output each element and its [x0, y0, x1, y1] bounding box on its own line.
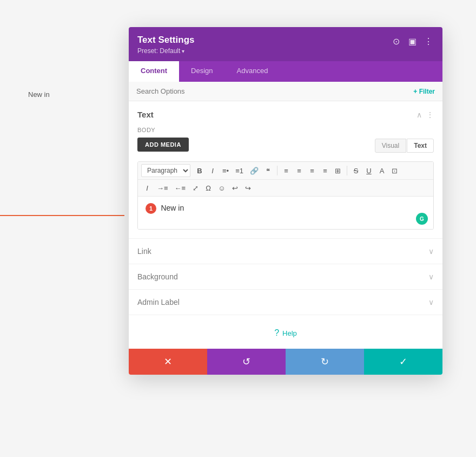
settings-modal: Text Settings Preset: Default ⊙ ▣ ⋮ Cont… [129, 27, 442, 375]
link-section-title: Link [137, 247, 151, 256]
modal-footer: ✕ ↺ ↻ ✓ [129, 349, 442, 375]
align-justify-button[interactable]: ≡ [319, 165, 331, 177]
text-section-header: Text ∧ ⋮ [129, 101, 442, 127]
search-input-wrapper [136, 87, 413, 95]
text-view-button[interactable]: Text [407, 139, 434, 153]
admin-label-section[interactable]: Admin Label ∨ [129, 290, 442, 315]
table-button[interactable]: ⊞ [332, 165, 344, 177]
visual-view-button[interactable]: Visual [375, 139, 406, 153]
modal-title-group: Text Settings Preset: Default [137, 35, 194, 55]
fullscreen-button[interactable]: ⤢ [189, 182, 201, 194]
body-field-label: Body [137, 127, 434, 133]
toolbar-divider-1 [277, 166, 277, 175]
align-right-button[interactable]: ≡ [306, 165, 318, 177]
indent-left-button[interactable]: ←≡ [172, 182, 189, 194]
redo-button[interactable]: ↻ [286, 349, 364, 375]
save-button[interactable]: ✓ [364, 349, 442, 375]
undo-editor-button[interactable]: ↩ [229, 182, 241, 194]
search-bar: + Filter [129, 82, 442, 101]
modal-body: Text ∧ ⋮ Body ADD MEDIA Visual Text [129, 101, 442, 349]
bold-button[interactable]: B [194, 165, 206, 177]
editor-area: Paragraph B I ≡• ≡1 🔗 ❝ ≡ ≡ ≡ ≡ ⊞ [137, 161, 434, 230]
help-section: ? Help [129, 315, 442, 349]
blockquote-button[interactable]: ❝ [262, 165, 274, 177]
modal-title: Text Settings [137, 35, 194, 45]
special-char-button[interactable]: ⊡ [389, 165, 401, 177]
unordered-list-button[interactable]: ≡• [220, 165, 232, 177]
tab-design[interactable]: Design [179, 61, 224, 82]
text-section-icons: ∧ ⋮ [416, 110, 434, 119]
link-button[interactable]: 🔗 [247, 165, 261, 177]
collapse-icon[interactable]: ∧ [416, 110, 422, 119]
search-input[interactable] [136, 87, 413, 95]
admin-label-chevron-icon: ∨ [428, 298, 434, 306]
toolbar-row-1: Paragraph B I ≡• ≡1 🔗 ❝ ≡ ≡ ≡ ≡ ⊞ [138, 162, 433, 180]
section-more-icon[interactable]: ⋮ [426, 110, 434, 119]
text-section-content: Body ADD MEDIA Visual Text Paragraph [129, 127, 442, 238]
underline-button[interactable]: U [363, 165, 375, 177]
undo-button[interactable]: ↺ [207, 349, 286, 375]
layout-icon[interactable]: ▣ [407, 36, 418, 47]
step-badge: 1 [146, 203, 156, 214]
align-center-button[interactable]: ≡ [293, 165, 305, 177]
indent-right-button[interactable]: →≡ [154, 182, 171, 194]
emoji-button[interactable]: ☺ [215, 182, 228, 194]
italic-button[interactable]: I [207, 165, 219, 177]
text-content-area[interactable]: 1 New in G [138, 197, 433, 229]
view-toggle: Visual Text [375, 139, 434, 153]
modal-preset-selector[interactable]: Preset: Default [137, 47, 194, 55]
paragraph-select[interactable]: Paragraph [141, 164, 190, 177]
background-chevron-icon: ∨ [428, 272, 434, 281]
link-section[interactable]: Link ∨ [129, 239, 442, 264]
redo-editor-button[interactable]: ↪ [242, 182, 254, 194]
modal-header-icons: ⊙ ▣ ⋮ [391, 36, 434, 47]
more-options-icon[interactable]: ⋮ [423, 36, 434, 47]
text-section-title: Text [137, 110, 154, 119]
indent-italic-button[interactable]: I [141, 182, 153, 194]
cancel-button[interactable]: ✕ [129, 349, 207, 375]
background-section[interactable]: Background ∨ [129, 264, 442, 290]
text-section: Text ∧ ⋮ Body ADD MEDIA Visual Text [129, 101, 442, 239]
add-media-button[interactable]: ADD MEDIA [137, 138, 189, 152]
toolbar-divider-2 [347, 166, 347, 175]
modal-header: Text Settings Preset: Default ⊙ ▣ ⋮ [129, 27, 442, 61]
link-chevron-icon: ∨ [428, 247, 434, 256]
grammarly-icon: G [416, 213, 428, 225]
help-label[interactable]: Help [282, 329, 297, 337]
font-color-button[interactable]: A [376, 165, 388, 177]
page-text-label: New in [28, 90, 50, 99]
admin-label-section-title: Admin Label [137, 298, 180, 306]
orange-divider-line [0, 215, 124, 216]
tab-advanced[interactable]: Advanced [225, 61, 280, 82]
help-icon[interactable]: ? [274, 328, 279, 338]
target-icon[interactable]: ⊙ [391, 36, 401, 47]
ordered-list-button[interactable]: ≡1 [233, 165, 246, 177]
toolbar-row-2: I →≡ ←≡ ⤢ Ω ☺ ↩ ↪ [138, 180, 433, 197]
strikethrough-button[interactable]: S [350, 165, 362, 177]
align-left-button[interactable]: ≡ [280, 165, 292, 177]
tab-content[interactable]: Content [129, 61, 179, 82]
modal-tabs: Content Design Advanced [129, 61, 442, 82]
omega-button[interactable]: Ω [202, 182, 214, 194]
filter-button[interactable]: + Filter [413, 88, 435, 95]
background-section-title: Background [137, 272, 178, 281]
editor-text-content: New in [161, 204, 184, 213]
